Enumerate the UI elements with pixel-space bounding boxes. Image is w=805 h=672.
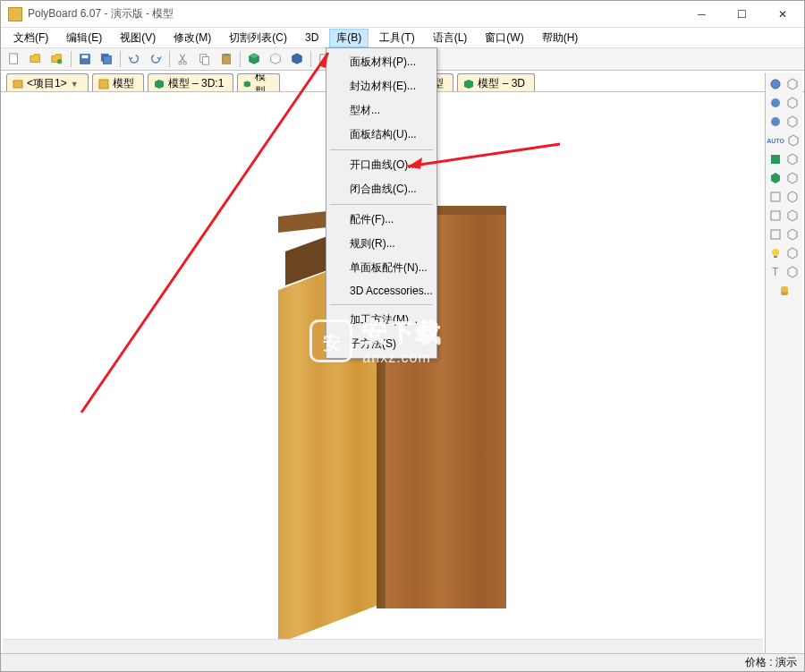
separator [330,149,433,150]
rt-box3-icon[interactable] [767,226,784,242]
cube-white-button[interactable] [266,49,285,69]
dd-open-curve[interactable]: 开口曲线(O)... [328,153,435,177]
statusbar: 价格 : 演示 [1,653,804,671]
separator [310,51,311,67]
rt-wire1-icon[interactable] [785,151,801,167]
tab-model-3d[interactable]: 模型 – 3D [457,73,535,91]
cube-green-button[interactable] [244,49,264,69]
close-button[interactable]: ✕ [762,1,802,27]
menu-language[interactable]: 语言(L) [426,29,475,47]
separator [120,51,121,67]
tab-project[interactable]: <项目1> ▼ [6,73,89,91]
svg-rect-29 [774,256,777,258]
svg-rect-11 [224,54,228,56]
dd-3d-accessories[interactable]: 3D Accessories... [328,280,435,302]
titlebar: PolyBoard 6.07 - 演示版 - 模型 ─ ☐ ✕ [1,1,804,28]
svg-rect-26 [771,211,780,220]
price-label: 价格 : [745,656,773,668]
cube-icon [463,79,474,89]
project-icon [13,79,23,89]
dd-closed-curve[interactable]: 闭合曲线(C)... [328,177,435,201]
tab-label: 模型 – 3D:1 [168,76,225,91]
rt-wire5-icon[interactable] [785,226,801,242]
dd-machining[interactable]: 加工方法(M)... [328,308,435,332]
open2-button[interactable] [47,49,67,69]
svg-point-21 [771,80,780,89]
dd-panel-material[interactable]: 面板材料(P)... [328,50,435,74]
menu-file[interactable]: 文档(F) [6,29,55,47]
new-button[interactable] [4,49,24,69]
dd-panel-structure[interactable]: 面板结构(U)... [328,123,435,147]
rt-cube4-icon[interactable] [785,132,801,149]
rt-box1-icon[interactable] [767,189,784,205]
rt-globe-icon[interactable] [767,76,784,92]
rt-bulb-icon[interactable] [767,245,784,261]
dd-edge-material[interactable]: 封边材料(E)... [328,74,435,98]
svg-text:T: T [772,266,779,278]
library-dropdown: 面板材料(P)... 封边材料(E)... 型材... 面板结构(U)... 开… [326,47,437,359]
menu-3d[interactable]: 3D [298,30,326,46]
dd-fitting[interactable]: 配件(F)... [328,208,435,232]
save-button[interactable] [75,49,95,69]
rt-solid-green2-icon[interactable] [767,170,784,186]
tab-model-partial[interactable]: 模型 [237,73,280,91]
menu-cutlist[interactable]: 切割列表(C) [222,29,294,47]
svg-rect-24 [771,155,780,164]
svg-point-33 [781,292,788,295]
svg-rect-9 [202,56,208,64]
tab-label: 模型 [113,76,134,91]
rt-auto-icon[interactable]: AUTO [767,132,784,149]
menu-tools[interactable]: 工具(T) [372,29,421,47]
rt-text-icon[interactable]: T [767,264,784,280]
rt-cube-icon[interactable] [785,76,801,92]
menu-view[interactable]: 视图(V) [113,29,163,47]
rt-box2-icon[interactable] [767,208,784,224]
dd-single-panel[interactable]: 单面板配件(N)... [328,256,435,280]
redo-button[interactable] [146,49,165,69]
minimize-button[interactable]: ─ [682,1,722,27]
cube-blue-button[interactable] [287,49,307,69]
rt-globe3-icon[interactable] [767,114,784,130]
tab-model-1[interactable]: 模型 [92,73,144,91]
save-all-button[interactable] [97,49,116,69]
copy-button[interactable] [195,49,215,69]
menubar: 文档(F) 编辑(E) 视图(V) 修改(M) 切割列表(C) 3D 库(B) … [1,28,804,47]
dd-submethod[interactable]: 子方法(S) [328,332,435,356]
dd-rule[interactable]: 规则(R)... [328,232,435,256]
app-icon [8,7,22,21]
rt-globe2-icon[interactable] [767,95,784,111]
menu-library[interactable]: 库(B) [329,29,369,47]
rt-wire6-icon[interactable] [785,245,801,261]
separator [71,51,72,67]
menu-help[interactable]: 帮助(H) [535,29,586,47]
rt-cube3-icon[interactable] [785,114,801,130]
paste-button[interactable] [216,49,236,69]
open-button[interactable] [26,49,46,69]
tab-model-3d-1[interactable]: 模型 – 3D:1 [148,73,234,91]
rt-cylinder-icon[interactable] [776,283,792,299]
horizontal-scrollbar[interactable] [3,639,763,653]
maximize-button[interactable]: ☐ [722,1,762,27]
dd-profile[interactable]: 型材... [328,98,435,123]
rt-wire2-icon[interactable] [785,170,801,186]
svg-rect-15 [99,80,108,89]
rt-wire7-icon[interactable] [785,264,801,280]
price-value: 演示 [775,656,797,668]
undo-button[interactable] [124,49,144,69]
tab-label: <项目1> [27,76,67,91]
cube-icon [154,79,165,89]
rt-wire4-icon[interactable] [785,208,801,224]
svg-point-22 [771,98,780,107]
menu-edit[interactable]: 编辑(E) [59,29,109,47]
svg-point-28 [772,249,779,256]
svg-rect-25 [771,192,780,201]
menu-window[interactable]: 窗口(W) [478,29,530,47]
rt-cube2-icon[interactable] [785,95,801,111]
separator [330,304,433,305]
rt-wire3-icon[interactable] [785,189,801,205]
menu-modify[interactable]: 修改(M) [166,29,218,47]
status-price: 价格 : 演示 [745,655,797,670]
rt-solid-green-icon[interactable] [767,151,784,167]
cut-button[interactable] [174,49,193,69]
cube-icon [243,79,251,89]
